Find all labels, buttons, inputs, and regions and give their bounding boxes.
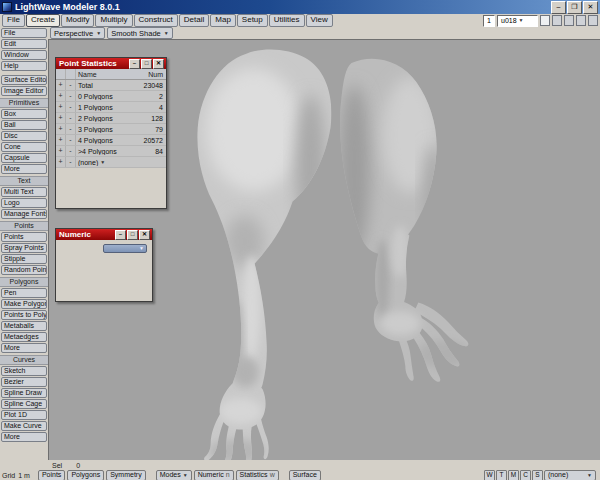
- menu-map[interactable]: Map: [210, 14, 236, 27]
- vmap-morph-button[interactable]: M: [508, 470, 519, 480]
- sidebar-item-file[interactable]: File: [1, 28, 47, 38]
- sidebar-item-ball[interactable]: Ball: [1, 120, 47, 130]
- maximize-icon[interactable]: ❐: [567, 1, 582, 14]
- select-plus-button[interactable]: +: [56, 124, 66, 134]
- sidebar-item-manage-fonts[interactable]: Manage Fonts: [1, 209, 47, 219]
- statistics-button[interactable]: Statistics w: [236, 470, 279, 480]
- numeric-titlebar[interactable]: Numeric – □ ✕: [56, 229, 152, 240]
- deselect-minus-button[interactable]: -: [66, 157, 76, 167]
- sidebar-item-logo[interactable]: Logo: [1, 198, 47, 208]
- deselect-minus-button[interactable]: -: [66, 146, 76, 156]
- sidebar-item-more-primitives[interactable]: More: [1, 164, 47, 174]
- sidebar-item-image-editor[interactable]: Image Editor: [1, 86, 47, 96]
- object-name-dropdown[interactable]: u018 ▼: [497, 15, 538, 27]
- sidebar-item-stipple[interactable]: Stipple: [1, 254, 47, 264]
- vmap-weight-button[interactable]: W: [484, 470, 495, 480]
- sidebar-item-random-points[interactable]: Random Points: [1, 265, 47, 275]
- point-set-dropdown[interactable]: (none) ▼: [76, 159, 131, 166]
- sidebar-item-make-polygon[interactable]: Make Polygon: [1, 299, 47, 309]
- sidebar-item-points[interactable]: Points: [1, 232, 47, 242]
- table-row: + - Total 23048: [56, 80, 166, 91]
- deselect-minus-button[interactable]: -: [66, 135, 76, 145]
- vmap-dropdown[interactable]: (none) ▼: [544, 470, 596, 480]
- numeric-actions-dropdown[interactable]: ▼: [103, 244, 147, 253]
- select-plus-button[interactable]: +: [56, 146, 66, 156]
- vmap-texture-button[interactable]: T: [496, 470, 507, 480]
- sidebar-item-multi-text[interactable]: Multi Text: [1, 187, 47, 197]
- sidebar-item-box[interactable]: Box: [1, 109, 47, 119]
- layer-number-box[interactable]: 1: [483, 15, 495, 27]
- sidebar-item-more-curves[interactable]: More: [1, 432, 47, 442]
- points-mode-button[interactable]: Points: [38, 470, 65, 480]
- sidebar-item-metaballs[interactable]: Metaballs: [1, 321, 47, 331]
- select-plus-button[interactable]: +: [56, 91, 66, 101]
- layer-button[interactable]: [588, 15, 598, 26]
- deselect-minus-button[interactable]: -: [66, 102, 76, 112]
- sidebar-item-capsule[interactable]: Capsule: [1, 153, 47, 163]
- close-icon[interactable]: ✕: [139, 230, 150, 240]
- modes-dropdown[interactable]: Modes ▼: [156, 470, 192, 480]
- close-icon[interactable]: ✕: [153, 59, 164, 69]
- sidebar-item-cone[interactable]: Cone: [1, 142, 47, 152]
- chevron-down-icon: ▼: [587, 473, 592, 478]
- menu-file[interactable]: File: [2, 14, 25, 27]
- close-icon[interactable]: ✕: [583, 1, 598, 14]
- vmap-selection-button[interactable]: S: [532, 470, 543, 480]
- polygons-mode-button[interactable]: Polygons: [67, 470, 104, 480]
- select-plus-button[interactable]: +: [56, 157, 66, 167]
- select-plus-button[interactable]: +: [56, 102, 66, 112]
- numeric-title: Numeric: [59, 230, 91, 239]
- sidebar-item-spline-draw[interactable]: Spline Draw: [1, 388, 47, 398]
- vmap-color-button[interactable]: C: [520, 470, 531, 480]
- menu-view[interactable]: View: [306, 14, 333, 27]
- sidebar-item-bezier[interactable]: Bezier: [1, 377, 47, 387]
- menu-construct[interactable]: Construct: [134, 14, 178, 27]
- view-mode-dropdown[interactable]: Perspective ▼: [50, 27, 105, 39]
- numeric-button[interactable]: Numeric n: [194, 470, 234, 480]
- point-statistics-titlebar[interactable]: Point Statistics – □ ✕: [56, 58, 166, 69]
- deselect-minus-button[interactable]: -: [66, 80, 76, 90]
- sidebar-item-window[interactable]: Window: [1, 50, 47, 60]
- menu-setup[interactable]: Setup: [237, 14, 268, 27]
- deselect-minus-button[interactable]: -: [66, 124, 76, 134]
- menu-modify[interactable]: Modify: [61, 14, 95, 27]
- select-plus-button[interactable]: +: [56, 80, 66, 90]
- shade-mode-value: Smooth Shade: [111, 29, 161, 38]
- select-plus-button[interactable]: +: [56, 135, 66, 145]
- surface-button[interactable]: Surface: [289, 470, 321, 480]
- menu-detail[interactable]: Detail: [179, 14, 209, 27]
- sidebar-item-make-curve[interactable]: Make Curve: [1, 421, 47, 431]
- sidebar-item-plot-1d[interactable]: Plot 1D: [1, 410, 47, 420]
- deselect-minus-button[interactable]: -: [66, 91, 76, 101]
- layer-button[interactable]: [564, 15, 574, 26]
- sidebar-item-points-to-polys[interactable]: Points to Polys: [1, 310, 47, 320]
- maximize-icon[interactable]: □: [141, 59, 152, 69]
- sidebar-item-surface-editor[interactable]: Surface Editor: [1, 75, 47, 85]
- sidebar-item-pen[interactable]: Pen: [1, 288, 47, 298]
- lightwave-modeler-window: { "window": { "title": "LightWave Modele…: [0, 0, 600, 480]
- row-name: Total: [76, 82, 131, 89]
- sidebar-item-more-polygons[interactable]: More: [1, 343, 47, 353]
- view-mode-value: Perspective: [54, 29, 93, 38]
- layer-button[interactable]: [540, 15, 550, 26]
- menu-multiply[interactable]: Multiply: [95, 14, 132, 27]
- sidebar-item-metaedges[interactable]: Metaedges: [1, 332, 47, 342]
- sidebar-item-disc[interactable]: Disc: [1, 131, 47, 141]
- minimize-icon[interactable]: –: [129, 59, 140, 69]
- menu-utilities[interactable]: Utilities: [269, 14, 305, 27]
- sidebar-item-edit[interactable]: Edit: [1, 39, 47, 49]
- sidebar-item-spline-cage[interactable]: Spline Cage: [1, 399, 47, 409]
- maximize-icon[interactable]: □: [127, 230, 138, 240]
- select-plus-button[interactable]: +: [56, 113, 66, 123]
- layer-button[interactable]: [552, 15, 562, 26]
- sidebar-item-sketch[interactable]: Sketch: [1, 366, 47, 376]
- shade-mode-dropdown[interactable]: Smooth Shade ▼: [107, 27, 173, 39]
- symmetry-toggle[interactable]: Symmetry: [106, 470, 146, 480]
- menu-create[interactable]: Create: [26, 14, 60, 27]
- layer-button[interactable]: [576, 15, 586, 26]
- minimize-icon[interactable]: –: [115, 230, 126, 240]
- deselect-minus-button[interactable]: -: [66, 113, 76, 123]
- minimize-icon[interactable]: –: [551, 1, 566, 14]
- sidebar-item-help[interactable]: Help: [1, 61, 47, 71]
- sidebar-item-spray-points[interactable]: Spray Points: [1, 243, 47, 253]
